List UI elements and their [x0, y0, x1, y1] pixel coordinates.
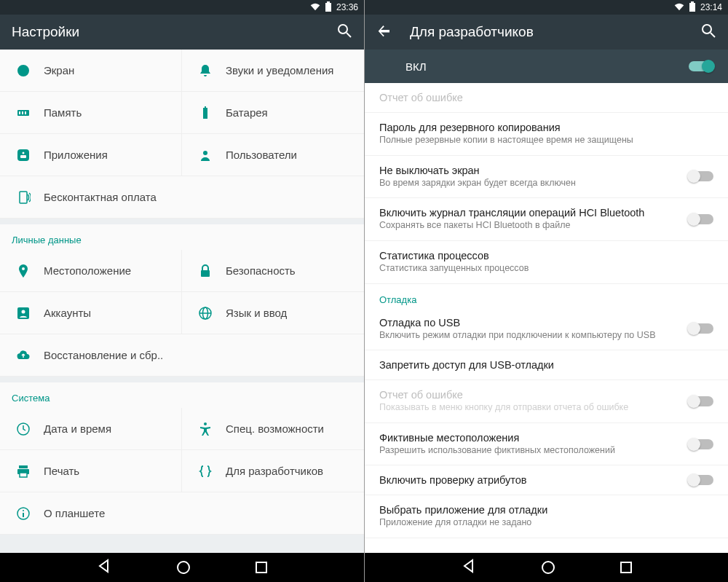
status-bar: 23:36	[0, 0, 364, 15]
setting-bell[interactable]: Звуки и уведомления	[182, 50, 364, 92]
nav-bar	[365, 553, 728, 582]
pref-item[interactable]: Включить проверку атрибутов	[365, 465, 728, 495]
setting-user[interactable]: Пользователи	[182, 134, 364, 176]
setting-braces[interactable]: Для разработчиков	[182, 450, 364, 492]
search-button[interactable]	[336, 23, 352, 42]
section-system: Система	[0, 382, 364, 408]
nav-bar	[0, 553, 364, 582]
setting-memory[interactable]: Память	[0, 92, 182, 134]
setting-label: Спец. возможности	[218, 422, 324, 435]
setting-label: Пользователи	[218, 149, 297, 161]
setting-label: О планшете	[36, 507, 105, 519]
setting-accessibility[interactable]: Спец. возможности	[182, 408, 364, 450]
pref-switch[interactable]	[689, 214, 713, 224]
master-toggle-row[interactable]: ВКЛ	[365, 50, 728, 83]
setting-display[interactable]: Экран	[0, 50, 182, 92]
display-icon	[10, 63, 36, 78]
setting-battery[interactable]: Батарея	[182, 92, 364, 134]
status-time: 23:14	[700, 2, 722, 12]
nav-recent[interactable]	[620, 562, 632, 573]
developer-options-screen: 23:14 Для разработчиков ВКЛ Отчет об оши…	[364, 0, 728, 582]
setting-label: Местоположение	[36, 264, 131, 277]
pref-item[interactable]: Пароль для резервного копированияПолные …	[365, 113, 728, 156]
setting-info[interactable]: О планшете	[0, 492, 364, 535]
pref-item[interactable]: Не выключать экранВо время зарядки экран…	[365, 156, 728, 199]
pref-subtitle: Приложение для отладки не задано	[379, 517, 713, 529]
pref-item[interactable]: Выбрать приложение для отладкиПриложение…	[365, 495, 728, 538]
pref-title: Статистика процессов	[379, 250, 713, 261]
nav-home[interactable]	[542, 561, 555, 574]
nav-back[interactable]	[462, 559, 476, 576]
lock-icon	[192, 264, 218, 278]
setting-label: Батарея	[218, 106, 268, 119]
battery-icon	[323, 1, 333, 14]
pref-item[interactable]: Статистика процессовСтатистика запущенны…	[365, 241, 728, 284]
pref-item[interactable]: Включить журнал трансляции операций HCI …	[365, 198, 728, 241]
pref-item[interactable]: Запретить доступ для USB-отладки	[365, 350, 728, 380]
setting-apps[interactable]: Приложения	[0, 134, 182, 176]
wifi-icon	[674, 1, 684, 14]
apps-icon	[10, 148, 36, 162]
status-bar: 23:14	[365, 0, 728, 15]
pref-switch[interactable]	[689, 439, 713, 449]
pref-switch[interactable]	[689, 171, 713, 181]
print-icon	[10, 464, 36, 479]
clock-icon	[10, 422, 36, 436]
screen-title: Настройки	[12, 24, 336, 40]
screen-title: Для разработчиков	[410, 24, 700, 40]
setting-label: Приложения	[36, 149, 108, 161]
pref-title: Выбрать приложение для отладки	[379, 504, 713, 516]
pref-switch[interactable]	[689, 475, 713, 485]
pref-title: Фиктивные местоположения	[379, 432, 689, 444]
back-button[interactable]	[376, 23, 392, 42]
master-switch[interactable]	[689, 61, 713, 71]
pref-subtitle: Показывать в меню кнопку для отправки от…	[379, 402, 689, 414]
pref-item[interactable]: Фиктивные местоположенияРазрешить исполь…	[365, 423, 728, 466]
pref-item: Отчет об ошибке	[365, 83, 728, 113]
setting-language[interactable]: Язык и ввод	[182, 292, 364, 334]
search-button[interactable]	[700, 23, 716, 42]
settings-content[interactable]: Экран Звуки и уведомления Память Батарея…	[0, 50, 364, 553]
setting-label: Аккаунты	[36, 307, 91, 319]
pref-title: Отладка по USB	[379, 317, 689, 329]
setting-lock[interactable]: Безопасность	[182, 250, 364, 292]
nav-home[interactable]	[177, 561, 190, 574]
pref-subtitle: Сохранять все пакеты HCI Bluetooth в фай…	[379, 220, 689, 232]
pref-item[interactable]: Отладка по USBВключить режим отладки при…	[365, 308, 728, 351]
setting-account[interactable]: Аккаунты	[0, 292, 182, 334]
pref-subtitle: Полные резервные копии в настоящее время…	[379, 135, 713, 146]
pref-item: Отчет об ошибкеПоказывать в меню кнопку …	[365, 380, 728, 423]
braces-icon	[192, 464, 218, 479]
setting-nfc[interactable]: Бесконтактная оплата	[0, 176, 364, 219]
pref-switch	[689, 396, 713, 406]
nav-recent[interactable]	[256, 562, 267, 573]
status-time: 23:36	[336, 2, 358, 12]
setting-backup[interactable]: Восстановление и сбр..	[0, 334, 364, 377]
user-icon	[192, 148, 218, 162]
pref-title: Пароль для резервного копирования	[379, 122, 713, 133]
pref-subtitle: Разрешить использование фиктивных местоп…	[379, 445, 689, 457]
app-bar: Настройки	[0, 15, 364, 50]
setting-label: Для разработчиков	[218, 465, 323, 477]
setting-location[interactable]: Местоположение	[0, 250, 182, 292]
nav-back[interactable]	[97, 559, 111, 576]
pref-subtitle: Во время зарядки экран будет всегда вклю…	[379, 178, 689, 189]
prefs-list[interactable]: Отчет об ошибкеПароль для резервного коп…	[365, 83, 728, 553]
setting-label: Язык и ввод	[218, 307, 287, 319]
bell-icon	[192, 63, 218, 78]
pref-subtitle: Включить режим отладки при подключении к…	[379, 330, 689, 342]
setting-clock[interactable]: Дата и время	[0, 408, 182, 450]
pref-subtitle: Статистика запущенных процессов	[379, 263, 713, 275]
language-icon	[192, 306, 218, 321]
accessibility-icon	[192, 422, 218, 436]
pref-title: Отчет об ошибке	[379, 389, 689, 401]
info-icon	[10, 506, 36, 521]
pref-title: Отчет об ошибке	[379, 92, 713, 103]
pref-switch[interactable]	[689, 323, 713, 334]
pref-title: Включить журнал трансляции операций HCI …	[379, 207, 689, 219]
setting-label: Безопасность	[218, 264, 296, 277]
setting-label: Память	[36, 106, 82, 119]
setting-label: Печать	[36, 465, 79, 477]
location-icon	[10, 264, 36, 278]
setting-print[interactable]: Печать	[0, 450, 182, 492]
